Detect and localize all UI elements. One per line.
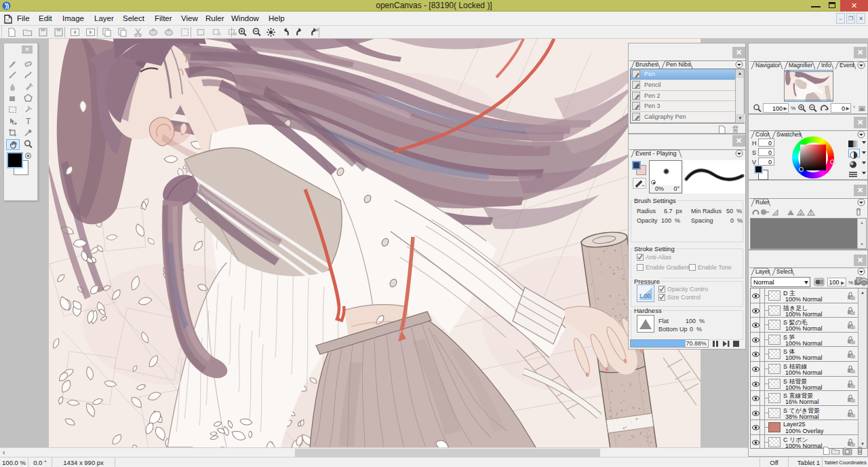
svg-text:Info: Info	[821, 62, 831, 69]
svg-text:Navigator: Navigator	[755, 62, 781, 69]
svg-text:Ruler: Ruler	[755, 199, 769, 206]
svg-text:Event: Event	[840, 62, 854, 69]
svg-text:Pen Nibs: Pen Nibs	[666, 61, 691, 68]
svg-text:Event - Playing: Event - Playing	[635, 150, 677, 157]
svg-text:Color: Color	[755, 131, 769, 138]
svg-text:T: T	[26, 117, 31, 126]
svg-text:Select: Select	[776, 268, 793, 275]
svg-text:Layer: Layer	[755, 268, 770, 275]
svg-text:Brushes: Brushes	[635, 61, 658, 68]
svg-text:Magnifier: Magnifier	[789, 62, 812, 69]
svg-text:Swatches: Swatches	[776, 131, 802, 138]
